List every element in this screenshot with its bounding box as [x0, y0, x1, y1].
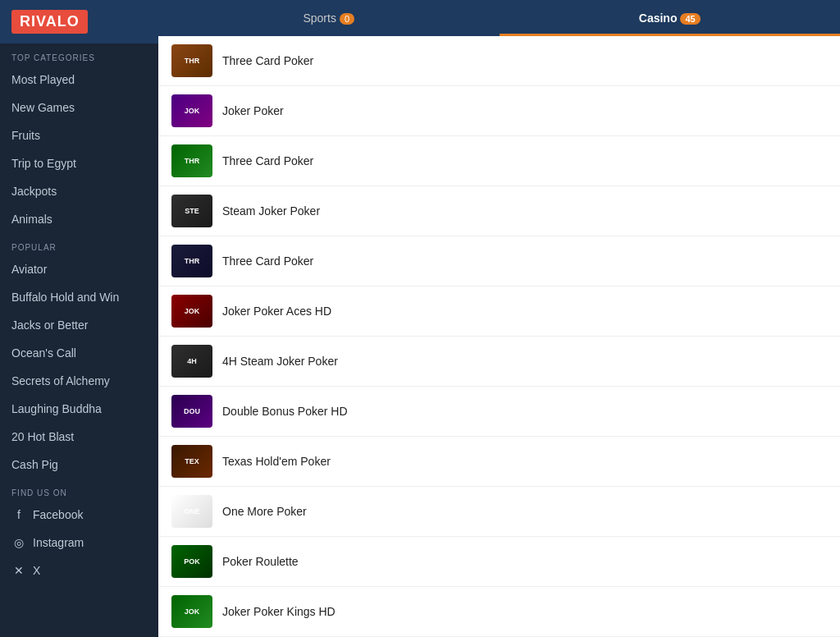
result-thumb-r3: THR: [171, 144, 212, 177]
thumb-label-r3: THR: [183, 155, 202, 167]
result-name-r3: Three Card Poker: [222, 154, 313, 167]
sidebar-social-instagram[interactable]: ◎Instagram: [0, 529, 158, 557]
result-item-r5[interactable]: THRThree Card Poker: [158, 236, 840, 286]
result-name-r1: Three Card Poker: [222, 54, 313, 67]
instagram-label: Instagram: [33, 536, 84, 549]
thumb-label-r2: JOK: [183, 105, 202, 117]
result-thumb-r5: THR: [171, 245, 212, 277]
sidebar-popular: AviatorBuffalo Hold and WinJacks or Bett…: [0, 255, 158, 479]
x-label: X: [33, 564, 40, 577]
sd-tab-badge-sports: 0: [340, 13, 354, 25]
result-name-r2: Joker Poker: [222, 104, 284, 117]
thumb-label-r11: POK: [182, 556, 202, 567]
sidebar-item-aviator[interactable]: Aviator: [0, 255, 158, 283]
result-thumb-r6: JOK: [171, 295, 212, 328]
result-item-r6[interactable]: JOKJoker Poker Aces HD: [158, 286, 840, 337]
result-name-r12: Joker Poker Kings HD: [222, 605, 336, 618]
sidebar-item-animals[interactable]: Animals: [0, 205, 158, 233]
result-name-r8: Double Bonus Poker HD: [222, 405, 348, 418]
sidebar-item-20-hot-blast[interactable]: 20 Hot Blast: [0, 423, 158, 451]
result-thumb-r10: ONE: [171, 495, 212, 528]
thumb-label-r9: TEX: [183, 456, 201, 467]
result-thumb-r9: TEX: [171, 445, 212, 478]
sidebar-item-jacks[interactable]: Jacks or Better: [0, 311, 158, 339]
result-name-r4: Steam Joker Poker: [222, 204, 320, 218]
sidebar-item-oceans-call[interactable]: Ocean's Call: [0, 339, 158, 367]
facebook-label: Facebook: [33, 508, 83, 521]
sidebar-item-trip-to-egypt[interactable]: Trip to Egypt: [0, 149, 158, 177]
search-results: THRThree Card PokerJOKJoker PokerTHRThre…: [158, 36, 840, 637]
thumb-label-r5: THR: [183, 255, 202, 267]
sd-tab-label-sports: Sports: [303, 11, 336, 25]
sidebar-item-secrets-alchemy[interactable]: Secrets of Alchemy: [0, 367, 158, 395]
result-name-r10: One More Poker: [222, 505, 307, 518]
thumb-label-r12: JOK: [183, 606, 202, 617]
sidebar-item-jackpots[interactable]: Jackpots: [0, 177, 158, 205]
sd-results-list: THRThree Card PokerJOKJoker PokerTHRThre…: [158, 36, 840, 637]
sidebar-social-facebook[interactable]: fFacebook: [0, 501, 158, 529]
sidebar-item-laughing-buddha[interactable]: Laughing Buddha: [0, 395, 158, 423]
thumb-label-r1: THR: [183, 55, 202, 66]
result-thumb-r8: DOU: [171, 395, 212, 428]
result-thumb-r2: JOK: [171, 94, 212, 127]
result-item-r1[interactable]: THRThree Card Poker: [158, 36, 840, 86]
sidebar-item-most-played[interactable]: Most Played: [0, 66, 158, 94]
sidebar-item-buffalo[interactable]: Buffalo Hold and Win: [0, 283, 158, 311]
sidebar-item-fruits[interactable]: Fruits: [0, 121, 158, 149]
sidebar: RIVALO TOP CATEGORIES Most PlayedNew Gam…: [0, 0, 158, 637]
sd-tab-casino[interactable]: Casino45: [500, 0, 841, 36]
result-name-r11: Poker Roulette: [222, 555, 299, 568]
result-item-r2[interactable]: JOKJoker Poker: [158, 86, 840, 136]
result-thumb-r1: THR: [171, 44, 212, 77]
search-tabs: Sports0Casino45: [158, 0, 840, 36]
main-content: 🔍 ✕ LobbyMost PlayedNew GamesFruits Last…: [158, 0, 840, 637]
thumb-label-r10: ONE: [182, 506, 202, 517]
thumb-label-r4: STE: [183, 205, 201, 217]
sidebar-social: fFacebook◎Instagram✕X: [0, 501, 158, 584]
result-thumb-r11: POK: [171, 545, 212, 578]
sd-tabs-container: Sports0Casino45: [158, 0, 840, 36]
sidebar-categories: Most PlayedNew GamesFruitsTrip to EgyptJ…: [0, 66, 158, 233]
sd-tab-label-casino: Casino: [639, 11, 678, 25]
result-item-r4[interactable]: STESteam Joker Poker: [158, 186, 840, 236]
result-thumb-r7: 4H: [171, 345, 212, 378]
result-item-r10[interactable]: ONEOne More Poker: [158, 487, 840, 537]
thumb-label-r6: JOK: [183, 305, 202, 317]
sidebar-item-new-games[interactable]: New Games: [0, 94, 158, 121]
instagram-icon: ◎: [11, 535, 26, 550]
logo-area: RIVALO: [0, 0, 158, 44]
sidebar-item-cash-pig[interactable]: Cash Pig: [0, 451, 158, 479]
facebook-icon: f: [11, 507, 26, 522]
search-dropdown: Sports0Casino45 THRThree Card PokerJOKJo…: [158, 0, 840, 637]
popular-label: POPULAR: [0, 233, 158, 255]
logo: RIVALO: [11, 10, 88, 34]
result-name-r5: Three Card Poker: [222, 254, 313, 268]
result-item-r8[interactable]: DOUDouble Bonus Poker HD: [158, 387, 840, 437]
top-categories-label: TOP CATEGORIES: [0, 44, 158, 66]
result-item-r3[interactable]: THRThree Card Poker: [158, 136, 840, 186]
sd-tab-sports[interactable]: Sports0: [158, 0, 500, 36]
result-item-r12[interactable]: JOKJoker Poker Kings HD: [158, 587, 840, 637]
sd-tab-badge-casino: 45: [680, 13, 700, 25]
result-name-r7: 4H Steam Joker Poker: [222, 355, 338, 368]
result-item-r7[interactable]: 4H 4H Steam Joker Poker: [158, 337, 840, 387]
result-item-r9[interactable]: TEXTexas Hold'em Poker: [158, 437, 840, 487]
thumb-label-r7: 4H: [185, 355, 199, 367]
result-name-r9: Texas Hold'em Poker: [222, 455, 331, 468]
result-name-r6: Joker Poker Aces HD: [222, 305, 331, 318]
thumb-label-r8: DOU: [182, 406, 202, 417]
x-icon: ✕: [11, 563, 26, 578]
result-thumb-r12: JOK: [171, 595, 212, 628]
result-item-r11[interactable]: POKPoker Roulette: [158, 537, 840, 587]
find-us-on-label: FIND US ON: [0, 479, 158, 501]
sidebar-social-x[interactable]: ✕X: [0, 557, 158, 584]
result-thumb-r4: STE: [171, 195, 212, 227]
